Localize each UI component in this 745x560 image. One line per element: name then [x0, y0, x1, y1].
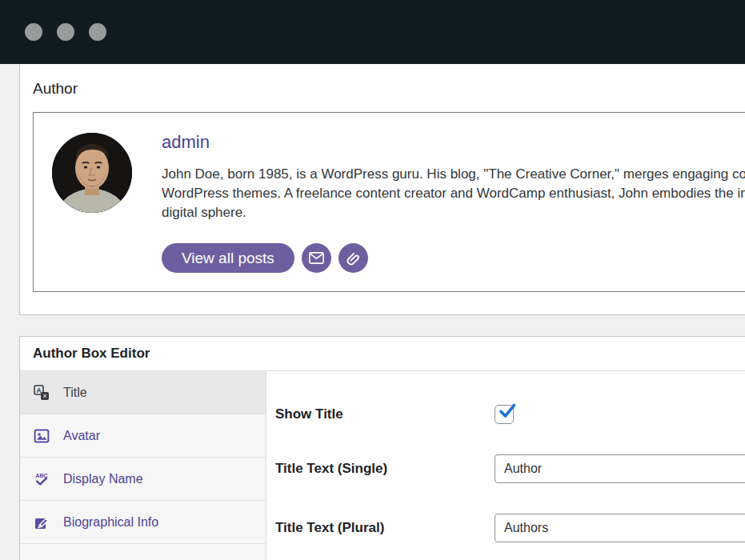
author-actions: View all posts	[162, 243, 745, 273]
editor-title: Author Box Editor	[33, 346, 150, 362]
email-button[interactable]	[302, 243, 331, 273]
author-preview-panel: Author admin	[19, 64, 745, 315]
title-text-single-input[interactable]	[495, 454, 745, 483]
field-title-text-single: Title Text (Single)	[275, 454, 745, 483]
show-title-label: Show Title	[275, 406, 495, 422]
sidebar-item-display-name[interactable]: ABC Display Name	[20, 458, 266, 501]
screen: Author admin	[0, 0, 745, 560]
sidebar-item-biographical-info[interactable]: Biographical Info	[20, 501, 266, 544]
svg-text:×: ×	[43, 391, 47, 399]
title-text-plural-input[interactable]	[495, 514, 745, 542]
translation-icon: A ×	[34, 385, 50, 401]
sidebar-item-next[interactable]	[20, 544, 266, 560]
field-title-text-plural: Title Text (Plural)	[275, 514, 745, 542]
author-box-preview: admin John Doe, born 1985, is a WordPres…	[33, 112, 745, 292]
show-title-checkbox[interactable]	[495, 405, 514, 424]
svg-text:A: A	[36, 386, 41, 394]
editor-header: Author Box Editor	[20, 337, 745, 371]
author-box-editor-panel: Author Box Editor A × Title	[19, 336, 745, 560]
sidebar-item-label: Display Name	[63, 472, 143, 486]
window-titlebar	[0, 0, 745, 64]
editor-content: Show Title Title Text (Single) Title Tex…	[266, 371, 745, 560]
author-bio-line: digital sphere.	[162, 203, 745, 222]
author-info: admin John Doe, born 1985, is a WordPres…	[162, 132, 745, 273]
image-icon	[34, 428, 50, 444]
author-bio: John Doe, born 1985, is a WordPress guru…	[162, 165, 745, 222]
link-icon	[345, 250, 362, 266]
author-bio-line: WordPress themes. A freelance content cr…	[162, 184, 745, 203]
sidebar-item-label: Avatar	[63, 429, 100, 443]
view-all-posts-button[interactable]: View all posts	[162, 243, 294, 273]
field-show-title: Show Title	[275, 405, 745, 424]
sidebar-item-label: Biographical Info	[63, 515, 158, 530]
checkmark-icon	[496, 400, 519, 422]
author-bio-line: John Doe, born 1985, is a WordPress guru…	[162, 165, 745, 184]
spellcheck-icon: ABC	[34, 471, 50, 487]
editor-sidebar: A × Title Avatar ABC	[20, 371, 266, 560]
website-link-button[interactable]	[338, 243, 368, 273]
window-control-dot[interactable]	[57, 23, 74, 41]
window-control-dot[interactable]	[89, 23, 106, 41]
author-username-link[interactable]: admin	[162, 132, 210, 153]
sidebar-item-title[interactable]: A × Title	[20, 371, 266, 414]
section-title-author: Author	[33, 80, 78, 98]
title-text-single-label: Title Text (Single)	[275, 461, 495, 477]
window-control-dot[interactable]	[25, 23, 42, 41]
title-text-plural-label: Title Text (Plural)	[275, 520, 495, 536]
avatar-portrait-image	[52, 133, 132, 213]
sidebar-item-avatar[interactable]: Avatar	[20, 414, 266, 458]
editor-body: A × Title Avatar ABC	[20, 371, 745, 560]
edit-icon	[34, 514, 50, 530]
sidebar-item-label: Title	[63, 386, 87, 400]
avatar	[52, 133, 132, 213]
email-icon	[309, 252, 324, 264]
